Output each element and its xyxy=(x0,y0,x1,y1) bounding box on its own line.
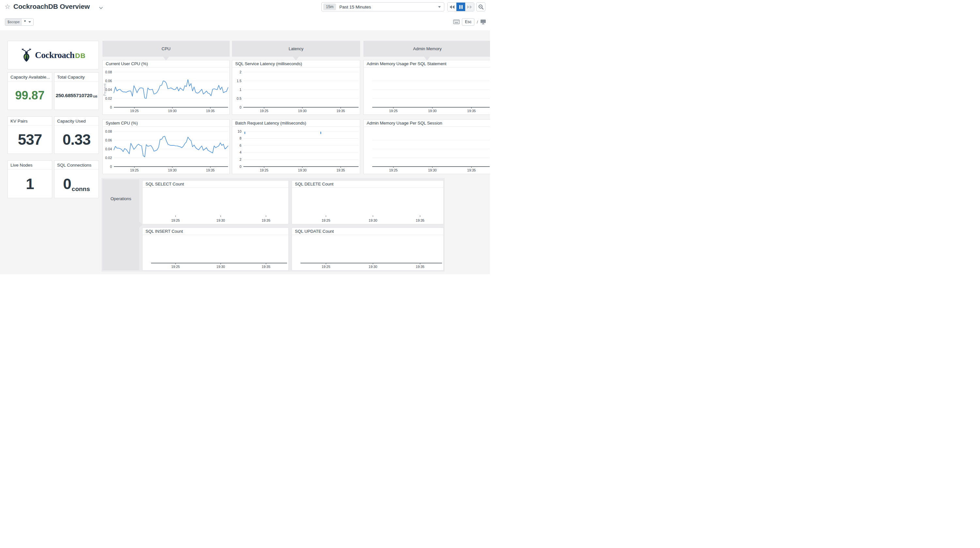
chart-card-system-cpu[interactable]: System CPU (%) 0.080.060.040.02019:2519:… xyxy=(102,119,230,174)
stat-card-capacity-available[interactable]: Capacity Available... 99.87 xyxy=(8,72,52,110)
stat-card-sql-connections[interactable]: SQL Connections 0 conns xyxy=(54,160,99,198)
chart-title: SQL Service Latency (milliseconds) xyxy=(232,60,360,67)
chart-title: Batch Request Latency (milliseconds) xyxy=(232,120,360,127)
stat-value: 250.6855710720 xyxy=(56,92,92,98)
svg-text:19:25: 19:25 xyxy=(260,109,268,113)
stat-card-kv-pairs[interactable]: KV Pairs 537 xyxy=(8,116,52,154)
scope-caret-icon xyxy=(29,21,31,23)
chart-title: SQL UPDATE Count xyxy=(292,228,443,235)
group-title: CPU xyxy=(161,46,170,51)
favorite-star-icon[interactable]: ☆ xyxy=(5,3,10,10)
chart-card-sql-update-count[interactable]: SQL UPDATE Count 19:2519:3019:35 xyxy=(292,227,444,270)
chart-card-admin-mem-session[interactable]: Admin Memory Usage Per SQL Session 19:25… xyxy=(363,119,490,174)
fullscreen-monitor-icon[interactable] xyxy=(480,19,486,24)
chart-plot-admin-mem-session: 19:2519:3019:35 xyxy=(364,127,490,174)
group-header-admin-memory[interactable]: Admin Memory xyxy=(363,41,490,57)
svg-text:0.06: 0.06 xyxy=(105,79,112,83)
chart-title: SQL SELECT Count xyxy=(143,181,288,188)
playback-controls xyxy=(447,2,474,11)
rewind-button[interactable] xyxy=(448,3,457,11)
time-range-selector[interactable]: 15m Past 15 Minutes xyxy=(321,2,444,11)
logo-db-text: DB xyxy=(75,52,86,59)
svg-text:0.08: 0.08 xyxy=(105,70,112,74)
svg-text:10: 10 xyxy=(237,129,242,133)
chart-plot-system-cpu: 0.080.060.040.02019:2519:3019:35 xyxy=(103,127,229,174)
svg-text:19:30: 19:30 xyxy=(216,218,225,222)
group-title: Admin Memory xyxy=(413,46,441,51)
svg-text:0.06: 0.06 xyxy=(105,138,112,142)
chart-plot-current-user-cpu: 0.080.060.040.02019:2519:3019:35Percent xyxy=(103,67,229,114)
zoom-out-icon xyxy=(478,4,484,10)
chart-card-batch-request-latency[interactable]: Batch Request Latency (milliseconds) 108… xyxy=(232,119,360,174)
svg-text:19:35: 19:35 xyxy=(467,168,476,172)
cockroach-bug-icon xyxy=(21,48,32,62)
svg-text:0.04: 0.04 xyxy=(105,147,112,151)
logo-brand-text: Cockroach xyxy=(35,50,75,60)
chart-card-sql-select-count[interactable]: SQL SELECT Count 19:2519:3019:35 xyxy=(142,180,289,224)
svg-text:19:35: 19:35 xyxy=(206,168,215,172)
stat-card-live-nodes[interactable]: Live Nodes 1 xyxy=(8,160,52,198)
rewind-icon xyxy=(449,5,455,9)
svg-text:19:25: 19:25 xyxy=(260,168,268,172)
chart-plot-sql-select-count: 19:2519:3019:35 xyxy=(143,188,288,224)
stat-title: KV Pairs xyxy=(8,117,52,125)
scope-variable-name: $scope xyxy=(5,19,22,25)
title-chevron-down-icon[interactable] xyxy=(99,5,103,11)
scope-value-text: * xyxy=(24,19,26,25)
stat-value: 99.87 xyxy=(15,89,45,102)
chart-title: Current User CPU (%) xyxy=(103,60,229,67)
stat-unit: conns xyxy=(72,186,90,193)
svg-text:19:35: 19:35 xyxy=(336,168,345,172)
pause-icon xyxy=(459,5,463,9)
group-header-latency[interactable]: Latency xyxy=(232,41,360,57)
svg-text:19:25: 19:25 xyxy=(322,218,330,222)
chart-card-sql-delete-count[interactable]: SQL DELETE Count 19:2519:3019:35 xyxy=(292,180,444,224)
stat-unit: GB xyxy=(93,93,97,98)
group-header-cpu[interactable]: CPU xyxy=(102,41,230,57)
chart-plot-sql-delete-count: 19:2519:3019:35 xyxy=(292,188,443,224)
chart-title: System CPU (%) xyxy=(103,120,229,127)
header: ☆ CockroachDB Overview 15m Past 15 Minut… xyxy=(0,0,490,30)
svg-text:19:30: 19:30 xyxy=(298,168,307,172)
chart-card-sql-service-latency[interactable]: SQL Service Latency (milliseconds) 21.51… xyxy=(232,60,360,115)
svg-text:19:25: 19:25 xyxy=(322,265,330,268)
svg-text:0: 0 xyxy=(239,165,242,168)
group-notch-cpu xyxy=(163,57,169,60)
esc-key-button[interactable]: Esc xyxy=(462,18,474,26)
chart-card-admin-mem-statement[interactable]: Admin Memory Usage Per SQL Statement 19:… xyxy=(363,60,490,115)
chart-plot-sql-service-latency: 21.510.5019:2519:3019:35 xyxy=(232,67,360,114)
keyboard-icon xyxy=(453,19,460,24)
chart-card-sql-insert-count[interactable]: SQL INSERT Count 19:2519:3019:35 xyxy=(142,227,289,270)
group-notch-operations xyxy=(139,222,143,227)
time-range-label: Past 15 Minutes xyxy=(339,5,438,10)
chart-plot-sql-update-count: 19:2519:3019:35 xyxy=(292,235,443,270)
svg-text:19:35: 19:35 xyxy=(206,109,215,113)
chart-title: Admin Memory Usage Per SQL Statement xyxy=(364,60,490,67)
svg-text:0.02: 0.02 xyxy=(105,97,112,100)
group-header-operations[interactable]: Operations xyxy=(102,179,139,270)
svg-text:8: 8 xyxy=(239,136,242,140)
dashboard-page: ☆ CockroachDB Overview 15m Past 15 Minut… xyxy=(0,0,490,274)
svg-text:19:25: 19:25 xyxy=(171,265,180,268)
zoom-out-button[interactable] xyxy=(476,2,485,11)
svg-text:4: 4 xyxy=(239,150,242,154)
svg-text:19:35: 19:35 xyxy=(262,218,270,222)
template-variable-scope[interactable]: $scope * xyxy=(5,18,33,26)
group-notch-latency xyxy=(293,57,299,60)
stat-title: Capacity Available... xyxy=(8,73,52,81)
stat-card-total-capacity[interactable]: Total Capacity 250.6855710720 GB xyxy=(54,72,99,110)
chart-card-current-user-cpu[interactable]: Current User CPU (%) 0.080.060.040.02019… xyxy=(102,60,230,115)
scope-variable-value[interactable]: * xyxy=(22,19,33,25)
svg-text:0: 0 xyxy=(110,165,112,168)
stat-card-capacity-used[interactable]: Capacity Used 0.33 xyxy=(54,116,99,154)
svg-text:19:30: 19:30 xyxy=(168,109,177,113)
svg-text:0: 0 xyxy=(239,105,242,109)
svg-text:19:35: 19:35 xyxy=(262,265,270,268)
svg-text:19:35: 19:35 xyxy=(336,109,345,113)
fast-forward-button[interactable] xyxy=(465,3,474,11)
fast-forward-icon xyxy=(467,5,473,9)
pause-button[interactable] xyxy=(457,3,465,11)
svg-text:19:35: 19:35 xyxy=(467,109,476,113)
svg-text:2: 2 xyxy=(239,70,242,74)
group-title: Latency xyxy=(289,46,304,51)
